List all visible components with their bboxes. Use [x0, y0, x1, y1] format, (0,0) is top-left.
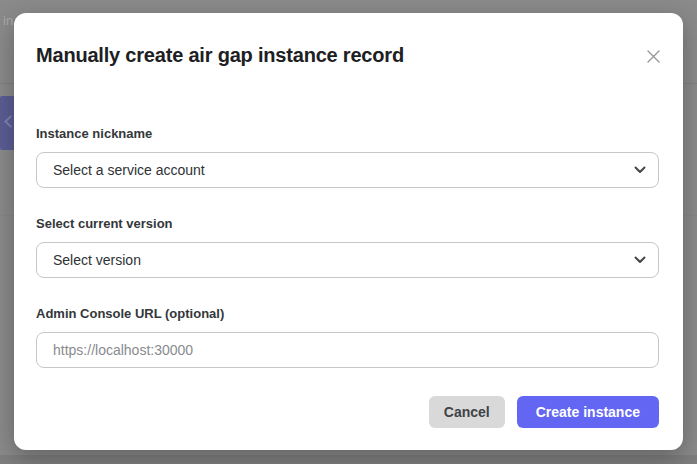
- admin-console-url-input-wrap: [36, 332, 659, 368]
- instance-nickname-select-wrap: Select a service account: [36, 152, 659, 188]
- background-clipped-text: in: [3, 13, 13, 28]
- modal-title: Manually create air gap instance record: [36, 42, 404, 68]
- background-bottom-band: [0, 455, 697, 464]
- instance-nickname-label: Instance nickname: [36, 126, 659, 142]
- close-icon: [646, 49, 661, 64]
- current-version-select-wrap: Select version: [36, 242, 659, 278]
- admin-console-url-input[interactable]: [37, 333, 658, 367]
- current-version-select[interactable]: Select version: [36, 242, 659, 278]
- field-instance-nickname: Instance nickname Select a service accou…: [36, 126, 659, 188]
- cancel-button[interactable]: Cancel: [429, 396, 505, 428]
- instance-nickname-select[interactable]: Select a service account: [36, 152, 659, 188]
- field-current-version: Select current version Select version: [36, 216, 659, 278]
- create-instance-button[interactable]: Create instance: [517, 396, 659, 428]
- instance-nickname-selected-value: Select a service account: [53, 162, 205, 178]
- close-button[interactable]: [641, 44, 665, 68]
- admin-console-url-label: Admin Console URL (optional): [36, 306, 659, 322]
- current-version-selected-value: Select version: [53, 252, 141, 268]
- airgap-instance-form: Instance nickname Select a service accou…: [36, 126, 659, 368]
- modal-actions: Cancel Create instance: [36, 396, 659, 428]
- create-airgap-instance-modal: Manually create air gap instance record …: [14, 13, 683, 450]
- current-version-label: Select current version: [36, 216, 659, 232]
- field-admin-console-url: Admin Console URL (optional): [36, 306, 659, 368]
- modal-header: Manually create air gap instance record: [36, 42, 659, 68]
